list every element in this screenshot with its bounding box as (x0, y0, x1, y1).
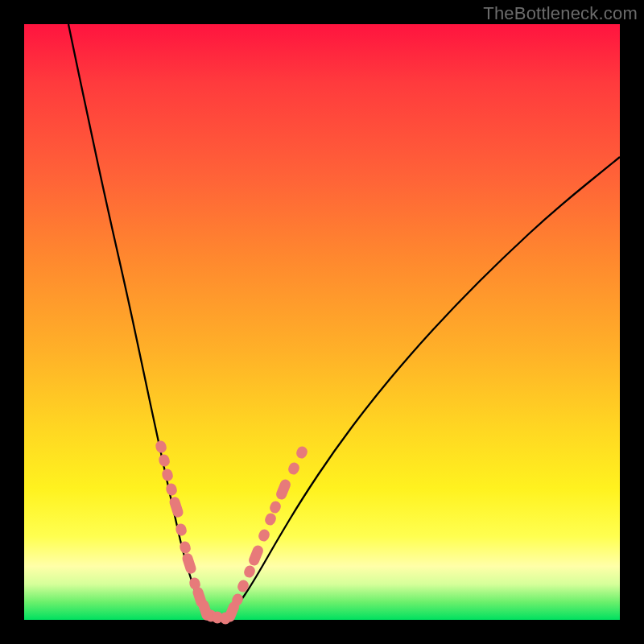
bead-marker (287, 461, 301, 477)
watermark-text: TheBottleneck.com (483, 3, 638, 24)
bead-marker (295, 445, 309, 460)
left-curve (68, 24, 209, 617)
bead-marker (155, 440, 168, 454)
right-curve (225, 157, 620, 617)
bead-marker (181, 552, 197, 576)
bead-marker (257, 528, 271, 543)
bead-marker (275, 478, 292, 502)
bead-marker (161, 468, 175, 482)
chart-frame (24, 24, 620, 620)
bead-marker (242, 564, 257, 580)
bead-marker (158, 453, 171, 468)
bead-marker (263, 512, 278, 527)
bead-marker (268, 500, 283, 515)
curve-layer (24, 24, 620, 620)
bead-marker (165, 482, 179, 497)
bead-group (155, 440, 309, 625)
bead-marker (247, 544, 265, 568)
bead-marker (168, 496, 184, 519)
